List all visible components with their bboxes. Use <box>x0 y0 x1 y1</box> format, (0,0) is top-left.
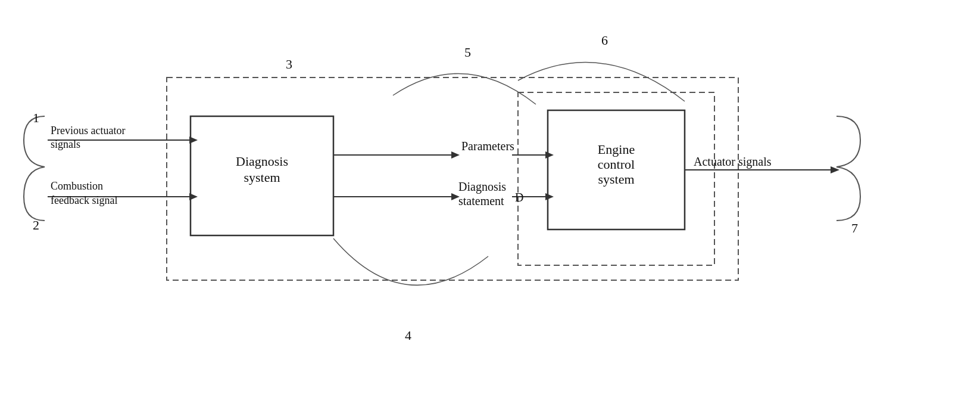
input-brace <box>24 116 45 221</box>
actuator-signals-text: Actuator signals <box>694 155 772 169</box>
diagram-container: 1 2 3 4 5 6 7 Previous actuator signals … <box>0 0 980 397</box>
prev-actuator-line1: Previous actuator <box>51 125 125 137</box>
diagnosis-statement-text1: Diagnosis <box>458 180 506 194</box>
arrow-d <box>545 193 554 200</box>
diagnosis-system-text1: Diagnosis <box>236 154 288 169</box>
prev-actuator-line2: signals <box>51 138 80 150</box>
diagnosis-statement-text2: statement <box>458 194 504 207</box>
label-num6: 6 <box>601 33 608 48</box>
arc5 <box>393 73 536 104</box>
engine-control-text3: system <box>598 172 634 187</box>
label-num1: 1 <box>33 110 39 125</box>
parameters-text: Parameters <box>461 139 514 153</box>
label-num2: 2 <box>33 218 39 232</box>
combustion-line1: Combustion <box>51 180 103 192</box>
arc6 <box>518 63 685 101</box>
combustion-line2: feedback signal <box>51 194 117 206</box>
engine-control-text1: Engine <box>598 142 635 157</box>
diagnosis-system-text2: system <box>244 170 280 185</box>
label-num4: 4 <box>405 328 411 343</box>
label-num3: 3 <box>286 57 292 72</box>
output-brace <box>837 116 860 221</box>
arc4 <box>333 238 488 285</box>
d-label: D <box>515 191 523 204</box>
arrow1 <box>189 137 198 144</box>
arrow2 <box>189 193 198 200</box>
arrow-params2 <box>545 151 554 159</box>
engine-control-text2: control <box>598 157 635 172</box>
arrow-params <box>451 151 460 159</box>
label-num7: 7 <box>851 221 858 235</box>
label-num5: 5 <box>464 45 471 60</box>
